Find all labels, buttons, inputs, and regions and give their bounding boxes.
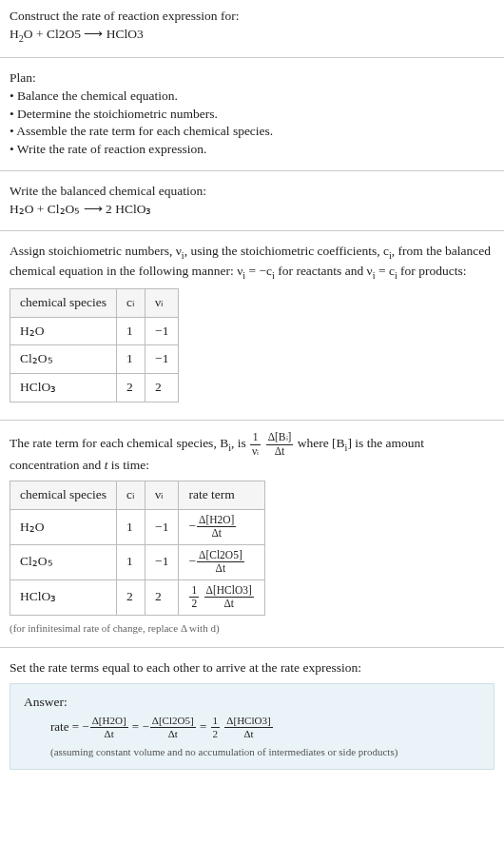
fraction: Δ[Cl2O5]Δt [197,550,244,575]
fraction: Δ[H2O]Δt [90,716,128,739]
cell-v: −1 [145,345,179,374]
rateterm-table: chemical species cᵢ νᵢ rate term H₂O 1 −… [10,481,265,616]
answer-label: Answer: [24,694,480,712]
text-frag: , using the stoichiometric coefficients,… [184,244,389,258]
table-header-row: chemical species cᵢ νᵢ rate term [10,481,265,510]
cell-v: 2 [145,374,179,403]
balanced-title: Write the balanced chemical equation: [10,183,494,201]
denom: νᵢ [250,445,261,457]
denom: Δt [266,445,294,457]
rate-word: rate = − [50,719,89,734]
denom: Δt [197,527,236,539]
col-ci: cᵢ [117,481,145,510]
plan-title: Plan: [10,69,494,88]
plan-list: Balance the chemical equation. Determine… [10,88,494,160]
numer: Δ[Bᵢ] [266,432,294,444]
answer-box: Answer: rate = −Δ[H2O]Δt = −Δ[Cl2O5]Δt =… [10,683,494,770]
cell-c: 2 [117,579,145,615]
table-row: Cl₂O₅ 1 −1 −Δ[Cl2O5]Δt [10,544,265,579]
answer-note: (assuming constant volume and no accumul… [24,745,480,759]
stoich-block: Assign stoichiometric numbers, νi, using… [0,235,504,416]
text-frag: The rate term for each chemical species,… [10,436,228,450]
col-rateterm: rate term [179,481,264,510]
cell-rate: −Δ[Cl2O5]Δt [179,544,264,579]
plan-item: Balance the chemical equation. [10,88,494,106]
cell-species: HClO₃ [10,579,117,615]
cell-c: 1 [117,544,145,579]
cell-c: 1 [117,509,145,544]
numer: Δ[Cl2O5] [197,550,244,562]
cell-species: HClO₃ [10,374,117,403]
final-intro: Set the rate terms equal to each other t… [10,659,494,677]
col-species: chemical species [10,481,117,510]
cell-v: 2 [145,579,179,615]
eq-frag: O + Cl2O5 ⟶ HClO3 [24,27,144,41]
denom: Δt [204,598,254,609]
fraction: 12 [189,585,199,610]
text-frag: is time: [107,458,149,472]
numer: Δ[HClO3] [204,585,254,598]
stoich-intro: Assign stoichiometric numbers, νi, using… [10,243,494,283]
denom: Δt [197,562,244,574]
cell-v: −1 [145,544,179,579]
final-block: Set the rate terms equal to each other t… [0,652,504,783]
divider [0,647,504,648]
table-header-row: chemical species cᵢ νᵢ [10,288,179,317]
prompt-text: Construct the rate of reaction expressio… [10,8,494,26]
cell-species: Cl₂O₅ [10,345,117,374]
col-species: chemical species [10,288,117,317]
text-frag: Assign stoichiometric numbers, ν [10,244,182,258]
numer: Δ[HClO3] [224,716,272,728]
fraction: 1νᵢ [250,432,261,457]
denom: Δt [150,728,196,739]
cell-species: H₂O [10,509,117,544]
denom: 2 [211,728,221,739]
cell-v: −1 [145,317,179,345]
numer: Δ[H2O] [197,515,236,527]
balanced-block: Write the balanced chemical equation: H₂… [0,175,504,226]
text-frag: = −c [245,264,272,278]
divider [0,170,504,171]
numer: Δ[H2O] [90,716,128,728]
divider [0,230,504,231]
cell-species: H₂O [10,317,117,345]
cell-rate: 12 Δ[HClO3]Δt [179,579,264,615]
neg-sign: − [188,554,196,568]
fraction: Δ[Cl2O5]Δt [150,716,196,739]
plan-item: Write the rate of reaction expression. [10,141,494,159]
table-row: HClO₃ 2 2 [10,374,179,403]
text-frag: where [B [298,436,345,450]
rateterm-footnote: (for infinitesimal rate of change, repla… [10,621,494,636]
table-row: HClO₃ 2 2 12 Δ[HClO3]Δt [10,579,265,615]
plan-item: Assemble the rate term for each chemical… [10,123,494,141]
equals: = [197,719,210,734]
col-ci: cᵢ [117,288,145,317]
fraction: 12 [211,716,221,739]
equals: = − [129,719,149,734]
cell-c: 1 [117,317,145,345]
fraction: Δ[HClO3]Δt [204,585,254,610]
numer: 1 [211,716,221,728]
fraction: Δ[Bᵢ]Δt [266,432,294,457]
stoich-table: chemical species cᵢ νᵢ H₂O 1 −1 Cl₂O₅ 1 … [10,288,179,403]
divider [0,420,504,421]
denom: Δt [224,728,272,739]
rateterm-block: The rate term for each chemical species,… [0,424,504,643]
cell-c: 2 [117,374,145,403]
text-frag: for reactants and ν [275,264,373,278]
fraction: Δ[H2O]Δt [197,515,236,540]
numer: Δ[Cl2O5] [150,716,196,728]
table-row: Cl₂O₅ 1 −1 [10,345,179,374]
fraction: Δ[HClO3]Δt [224,716,272,739]
neg-sign: − [188,519,196,533]
table-row: H₂O 1 −1 [10,317,179,345]
text-frag: for products: [397,264,467,278]
balanced-equation: H₂O + Cl₂O₅ ⟶ 2 HClO₃ [10,201,494,219]
denom: Δt [90,728,128,739]
numer: 1 [250,432,261,444]
cell-rate: −Δ[H2O]Δt [179,509,264,544]
unbalanced-equation: H2O + Cl2O5 ⟶ HClO3 [10,26,494,46]
table-row: H₂O 1 −1 −Δ[H2O]Δt [10,509,265,544]
eq-frag: H [10,27,19,41]
numer: 1 [189,585,199,598]
